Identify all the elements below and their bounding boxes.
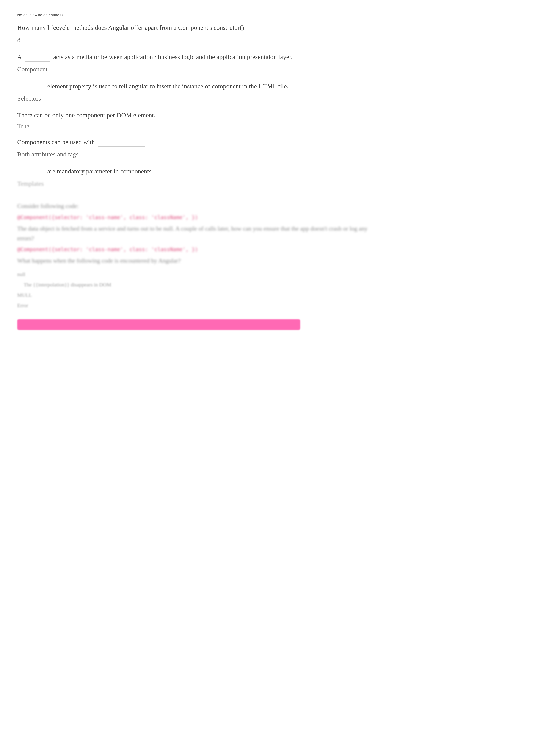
question-text-q5: Components can be used with . [17,137,371,147]
question-block-q5: Components can be used with . Both attri… [17,137,371,159]
blurred-title: Consider following code: [17,201,371,211]
pink-banner [17,319,300,330]
question-text-q6: are mandatory parameter in components. [17,166,371,176]
q3-blank [18,81,44,91]
question-text-q2: A acts as a mediator between application… [17,51,371,62]
answer-text-q6: Templates [17,179,371,188]
q2-blank [25,51,50,62]
question-block-q1: How many lifecycle methods does Angular … [17,23,371,44]
option-1: null [17,269,371,280]
question-text-q1: How many lifecycle methods does Angular … [17,23,371,32]
question-text-q3: element property is used to tell angular… [17,81,371,91]
blurred-code-1: @Component({selector: 'class-name', clas… [17,214,371,221]
q5-suffix: . [148,138,150,146]
q2-suffix: acts as a mediator between application /… [53,53,293,60]
answer-text-q5: Both attributes and tags [17,149,371,159]
question-block-q6: are mandatory parameter in components. T… [17,166,371,188]
q5-prefix: Components can be used with [17,138,95,146]
question-block-q3: element property is used to tell angular… [17,81,371,103]
blurred-question2: What happens when the following code is … [17,256,371,266]
blurred-options: null The {{interpolation}} disappears in… [17,269,371,310]
blurred-section: Consider following code: @Component({sel… [17,201,371,310]
header-subtitle: Ng on init – ng on changes [17,13,371,17]
option-3: MULL [17,290,371,300]
answer-text-q3: Selectors [17,94,371,103]
q2-prefix: A [17,53,21,60]
question-text-q4: There can be only one component per DOM … [17,110,371,120]
question-block-q2: A acts as a mediator between application… [17,51,371,74]
q3-suffix: element property is used to tell angular… [47,83,289,90]
q5-blank [98,137,145,147]
option-2: The {{interpolation}} disappears in DOM [17,280,371,290]
q6-blank [18,166,44,176]
blurred-description: The data object is fetched from a servic… [17,224,371,243]
answer-text-q1: 8 [17,35,371,44]
option-4: Error [17,300,371,310]
answer-text-q4: True [17,122,371,130]
blurred-code-2: @Component({selector: 'class-name', clas… [17,247,371,253]
q6-suffix: are mandatory parameter in components. [47,168,153,175]
question-block-q4: There can be only one component per DOM … [17,110,371,130]
answer-text-q2: Component [17,64,371,74]
page-container: Ng on init – ng on changes How many life… [17,13,371,330]
